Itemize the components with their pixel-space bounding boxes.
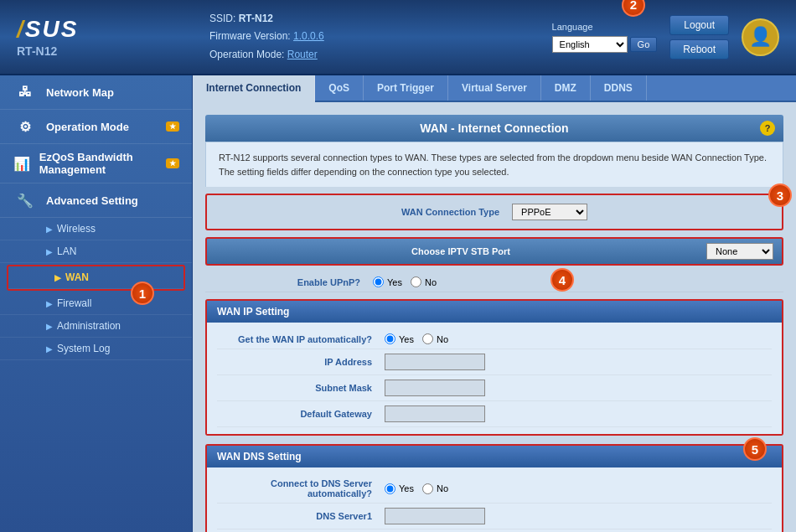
- upnp-yes-radio[interactable]: [373, 276, 384, 287]
- sidebar: 🖧 Network Map ⚙ Operation Mode ★ 📊 EzQoS…: [0, 75, 193, 532]
- choose-iptv-inner: Choose IPTV STB Port None LAN1 LAN2 LAN3…: [207, 239, 782, 264]
- upnp-yes-label[interactable]: Yes: [373, 276, 402, 287]
- advanced-icon: 🔧: [13, 190, 38, 210]
- sidebar-item-ezqos-label: EzQoS Bandwidth Management: [39, 151, 158, 176]
- action-buttons: Logout Reboot: [669, 15, 729, 59]
- tab-ddns[interactable]: DDNS: [591, 75, 647, 101]
- go-button[interactable]: Go: [630, 37, 658, 52]
- upnp-no-label[interactable]: No: [411, 276, 437, 287]
- sidebar-sub-wan-label: WAN: [65, 271, 89, 283]
- header-right: Language English Go Logout Reboot 👤: [552, 15, 779, 59]
- connect-dns-yes-radio[interactable]: [385, 483, 395, 494]
- system-log-arrow: ▶: [46, 344, 53, 354]
- sidebar-sub-lan[interactable]: ▶ LAN: [0, 240, 192, 263]
- default-gateway-input[interactable]: [385, 405, 485, 422]
- upnp-label: Enable UPnP?: [205, 277, 373, 287]
- tab-qos[interactable]: QoS: [315, 75, 364, 101]
- wan-ip-content: Get the WAN IP automatically? Yes No: [207, 323, 782, 434]
- subnet-mask-input[interactable]: [385, 380, 485, 396]
- logout-button[interactable]: Logout: [669, 15, 729, 35]
- sidebar-sub-lan-label: LAN: [57, 245, 76, 257]
- help-icon[interactable]: ?: [760, 121, 775, 136]
- sidebar-item-ezqos[interactable]: 📊 EzQoS Bandwidth Management ★: [0, 144, 192, 183]
- dns-server1-control: [385, 508, 772, 524]
- upnp-no-radio[interactable]: [411, 276, 421, 287]
- wan-ip-header: WAN IP Setting: [207, 301, 782, 323]
- wan-connection-type-label: WAN Connection Type: [401, 207, 499, 217]
- language-section: Language English Go: [552, 22, 658, 53]
- sidebar-item-advanced-label: Advanced Setting: [46, 194, 138, 207]
- choose-iptv-select[interactable]: None LAN1 LAN2 LAN3 LAN4: [706, 243, 773, 260]
- get-wan-ip-label: Get the WAN IP automatically?: [217, 334, 385, 344]
- wan-ip-section: WAN IP Setting Get the WAN IP automatica…: [205, 299, 783, 436]
- get-wan-ip-yes-radio[interactable]: [385, 333, 395, 344]
- sidebar-sub-administration-label: Administration: [57, 320, 121, 332]
- get-wan-ip-no-radio[interactable]: [422, 333, 433, 344]
- get-wan-ip-no-label[interactable]: No: [422, 333, 448, 344]
- tab-port-trigger[interactable]: Port Trigger: [364, 75, 448, 101]
- tab-dmz[interactable]: DMZ: [541, 75, 591, 101]
- wan-section-header: WAN - Internet Connection ?: [205, 115, 783, 142]
- language-select-row: English Go: [552, 36, 658, 53]
- description-box: RT-N12 supports several connection types…: [205, 142, 783, 187]
- network-map-icon: 🖧: [13, 82, 38, 102]
- connect-dns-no-radio[interactable]: [422, 483, 433, 494]
- sidebar-sub-firewall[interactable]: ▶ Firewall: [0, 292, 192, 315]
- sidebar-sub-wireless[interactable]: ▶ Wireless: [0, 218, 192, 240]
- ip-address-input[interactable]: [385, 354, 485, 370]
- reboot-button[interactable]: Reboot: [669, 39, 729, 59]
- upnp-row: Enable UPnP? Yes No: [205, 272, 783, 292]
- subnet-mask-row: Subnet Mask: [217, 375, 772, 401]
- sidebar-item-advanced[interactable]: 🔧 Advanced Setting: [0, 183, 192, 218]
- sidebar-item-operation-mode-label: Operation Mode: [46, 121, 129, 133]
- operation-mode-badge: ★: [166, 121, 179, 132]
- upnp-control: Yes No: [373, 276, 783, 287]
- content-area: Internet Connection QoS Port Trigger Vir…: [193, 75, 796, 532]
- wan-connection-wrapper: WAN Connection Type PPPoE DHCP Static IP…: [205, 194, 783, 230]
- wan-connection-type-select[interactable]: PPPoE DHCP Static IP L2TP PPTP: [512, 204, 587, 220]
- avatar: 👤: [742, 18, 779, 56]
- wan-connection-row: WAN Connection Type PPPoE DHCP Static IP…: [211, 199, 778, 225]
- header: /SUS RT-N12 SSID: RT-N12 Firmware Versio…: [0, 0, 796, 75]
- ip-address-control: [385, 354, 772, 370]
- get-wan-ip-row: Get the WAN IP automatically? Yes No: [217, 329, 772, 349]
- ezqos-icon: 📊: [13, 153, 31, 173]
- language-dropdown[interactable]: English: [552, 36, 628, 53]
- wan-dns-section: WAN DNS Setting Connect to DNS Server au…: [205, 444, 783, 532]
- ssid-row: SSID: RT-N12: [209, 10, 552, 28]
- sidebar-item-operation-mode[interactable]: ⚙ Operation Mode ★: [0, 110, 192, 144]
- dns-server1-label: DNS Server1: [217, 511, 385, 521]
- connect-dns-no-label[interactable]: No: [422, 483, 448, 494]
- header-info: SSID: RT-N12 Firmware Version: 1.0.0.6 O…: [184, 10, 552, 65]
- sidebar-sub-administration[interactable]: ▶ Administration: [0, 315, 192, 338]
- upnp-wrapper: Enable UPnP? Yes No 4: [205, 272, 783, 292]
- connect-dns-yes-label[interactable]: Yes: [385, 483, 414, 494]
- dns-server1-input[interactable]: [385, 508, 485, 524]
- dns-wrapper: WAN DNS Setting Connect to DNS Server au…: [205, 444, 783, 532]
- sidebar-sub-system-log-label: System Log: [57, 343, 110, 354]
- wan-arrow: ▶: [54, 273, 61, 282]
- get-wan-ip-yes-label[interactable]: Yes: [385, 333, 414, 344]
- choose-iptv-wrapper: Choose IPTV STB Port None LAN1 LAN2 LAN3…: [205, 237, 783, 266]
- logo-area: /SUS RT-N12: [17, 16, 184, 58]
- ip-address-label: IP Address: [217, 357, 385, 367]
- badge-5: 5: [743, 437, 767, 461]
- sidebar-item-network-map[interactable]: 🖧 Network Map: [0, 75, 192, 110]
- wan-dns-header: WAN DNS Setting: [207, 446, 782, 467]
- firmware-link[interactable]: 1.0.0.6: [293, 30, 324, 42]
- wan-connection-type-box: WAN Connection Type PPPoE DHCP Static IP…: [205, 194, 783, 230]
- sidebar-sub-system-log[interactable]: ▶ System Log: [0, 338, 192, 360]
- sidebar-sub-wan[interactable]: ▶ WAN: [8, 266, 183, 289]
- sidebar-sub-firewall-label: Firewall: [57, 297, 91, 309]
- sidebar-item-network-map-label: Network Map: [46, 86, 114, 99]
- tab-internet-connection[interactable]: Internet Connection: [193, 75, 315, 102]
- ezqos-badge: ★: [166, 158, 179, 168]
- tab-virtual-server[interactable]: Virtual Server: [448, 75, 541, 101]
- wan-dns-content: Connect to DNS Server automatically? Yes…: [207, 467, 782, 532]
- model-name: RT-N12: [17, 44, 57, 58]
- firmware-row: Firmware Version: 1.0.0.6: [209, 28, 552, 46]
- default-gateway-row: Default Gateway: [217, 401, 772, 427]
- badge-4: 4: [550, 268, 574, 292]
- operation-link[interactable]: Router: [287, 49, 318, 60]
- choose-iptv-box: Choose IPTV STB Port None LAN1 LAN2 LAN3…: [205, 237, 783, 266]
